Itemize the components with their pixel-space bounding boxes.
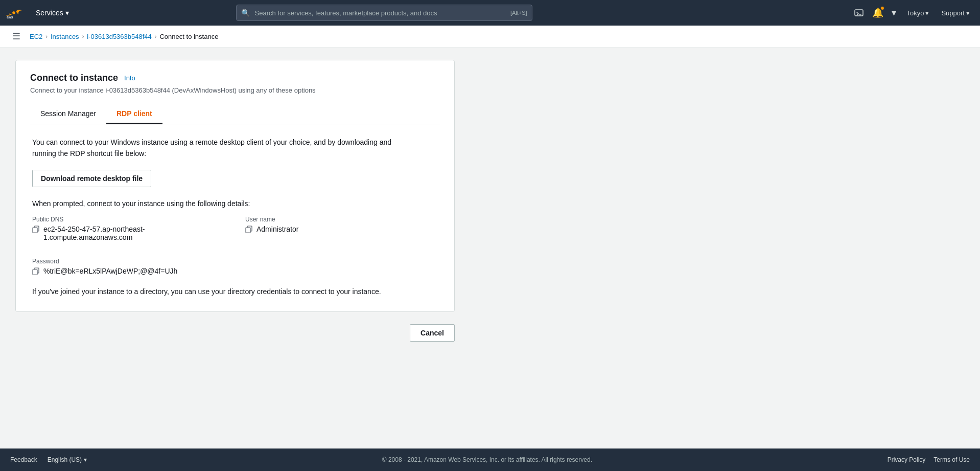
services-label: Services [36,9,63,17]
public-dns-value-container: ec2-54-250-47-57.ap-northeast-1.compute.… [32,225,225,241]
public-dns-label: Public DNS [32,216,225,223]
copyright-text: © 2008 - 2021, Amazon Web Services, Inc.… [382,456,592,463]
copy-dns-icon[interactable] [32,226,39,234]
username-value-container: Administrator [245,225,438,234]
search-bar: 🔍 [Alt+S] [236,5,532,21]
notifications-button[interactable]: 🔔 [870,5,885,20]
nav-right-controls: 🔔 ▾ Tokyo ▾ Support ▾ [852,5,974,20]
connect-card: Connect to instance Info Connect to your… [15,60,455,312]
svg-rect-1 [855,10,863,16]
search-icon: 🔍 [241,9,250,17]
svg-rect-3 [33,228,37,233]
breadcrumb-bar: ☰ EC2 › Instances › i-03613d5363b548f44 … [0,26,980,48]
password-value-container: %triE@bk=eRLx5lPAwjDeWP;@@4f=UJh [32,267,438,276]
support-label: Support [941,9,965,17]
breadcrumb-instances[interactable]: Instances [51,33,79,40]
aws-logo: aws [6,3,26,23]
breadcrumb-sep-3: › [155,33,157,39]
support-menu-button[interactable]: Support ▾ [937,7,974,19]
terms-of-use-link[interactable]: Terms of Use [934,456,970,463]
main-content: Connect to instance Info Connect to your… [0,48,980,448]
tab-rdp-client[interactable]: RDP client [106,104,162,124]
public-dns-block: Public DNS ec2-54-250-47-57.ap-northeast… [32,216,225,241]
footer-left: Feedback English (US) ▾ [10,456,87,463]
username-value: Administrator [256,225,298,233]
region-selector[interactable]: Tokyo ▾ [902,7,933,19]
username-block: User name Administrator [245,216,438,241]
connection-details-grid: Public DNS ec2-54-250-47-57.ap-northeast… [32,216,438,250]
svg-text:aws: aws [7,15,13,19]
cancel-button[interactable]: Cancel [410,324,455,342]
password-label: Password [32,258,438,265]
info-link[interactable]: Info [124,74,135,82]
language-selector[interactable]: English (US) ▾ [48,456,87,463]
services-chevron-icon: ▾ [65,9,69,17]
chevron-down-icon: ▾ [892,7,896,18]
breadcrumb-current: Connect to instance [159,33,218,40]
cloudshell-button[interactable] [852,6,866,20]
svg-rect-7 [33,270,37,275]
rdp-tab-content: You can connect to your Windows instance… [30,137,440,297]
language-label: English (US) [48,456,82,463]
region-chevron-icon: ▾ [925,9,929,17]
top-navigation: aws Services ▾ 🔍 [Alt+S] 🔔 ▾ Tokyo ▾ [0,0,980,26]
region-label: Tokyo [906,9,924,17]
copy-password-icon[interactable] [32,267,39,276]
connect-subtitle: Connect to your instance i-03613d5363b54… [30,86,440,94]
connect-header: Connect to instance Info [30,73,440,83]
download-rdp-button[interactable]: Download remote desktop file [32,170,151,187]
footer-copyright: © 2008 - 2021, Amazon Web Services, Inc.… [87,456,888,463]
rdp-description: You can connect to your Windows instance… [32,137,400,160]
svg-rect-5 [246,228,250,233]
services-menu-button[interactable]: Services ▾ [32,7,73,19]
support-chevron-icon: ▾ [966,9,970,17]
notification-dot [880,6,884,10]
breadcrumb-ec2[interactable]: EC2 [30,33,42,40]
directory-note: If you've joined your instance to a dire… [32,286,438,297]
breadcrumb-sep-1: › [45,33,48,39]
feedback-link[interactable]: Feedback [10,456,37,463]
password-block: Password %triE@bk=eRLx5lPAwjDeWP;@@4f=UJ… [32,258,438,276]
tab-session-manager[interactable]: Session Manager [30,104,106,124]
copy-username-icon[interactable] [245,226,252,234]
breadcrumb-instance-id[interactable]: i-03613d5363b548f44 [87,33,152,40]
public-dns-value: ec2-54-250-47-57.ap-northeast-1.compute.… [43,225,225,241]
username-label: User name [245,216,438,223]
password-value: %triE@bk=eRLx5lPAwjDeWP;@@4f=UJh [43,267,177,275]
tabs-container: Session Manager RDP client [30,104,440,124]
breadcrumb-sep-2: › [82,33,84,39]
page-title: Connect to instance [30,73,118,83]
footer-right: Privacy Policy Terms of Use [888,456,970,463]
search-shortcut: [Alt+S] [510,10,527,16]
cancel-area: Cancel [15,324,455,342]
sidebar-toggle-button[interactable]: ☰ [10,30,22,43]
settings-button[interactable]: ▾ [890,5,898,20]
search-input[interactable] [236,5,532,21]
connect-prompt: When prompted, connect to your instance … [32,199,438,208]
privacy-policy-link[interactable]: Privacy Policy [888,456,926,463]
footer: Feedback English (US) ▾ © 2008 - 2021, A… [0,448,980,471]
directory-note-text: If you've joined your instance to a dire… [32,287,381,296]
